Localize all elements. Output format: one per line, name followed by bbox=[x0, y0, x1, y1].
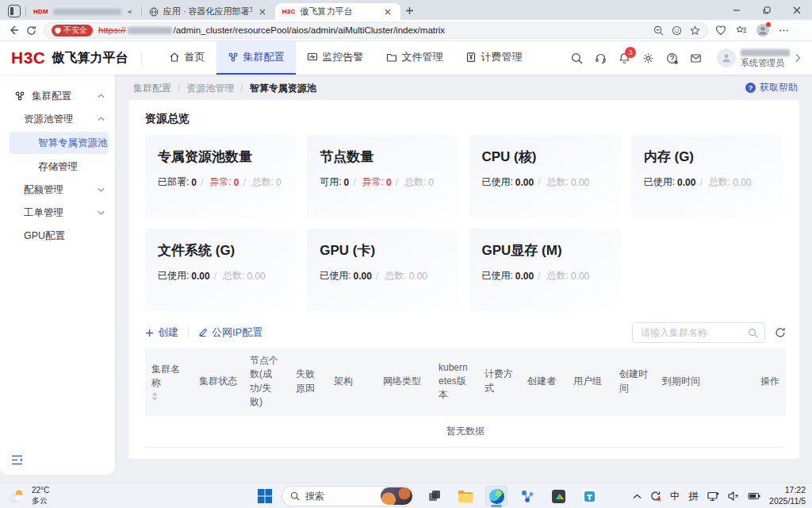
chevron-down-icon bbox=[98, 210, 105, 215]
sidebar-item-ticket-mgmt[interactable]: 工单管理 bbox=[0, 202, 115, 224]
nav-item-home[interactable]: 首页 bbox=[158, 41, 216, 75]
tray-overflow-chevron-icon[interactable] bbox=[633, 494, 642, 499]
security-badge[interactable]: 不安全 bbox=[52, 25, 93, 37]
actions-divider bbox=[188, 328, 189, 337]
battery-icon[interactable] bbox=[748, 492, 760, 500]
nav-item-cluster-config[interactable]: 集群配置 bbox=[216, 41, 296, 75]
browser-tab-active[interactable]: H3C 傲飞算力平台 bbox=[275, 3, 400, 20]
browser-tab-hdm[interactable]: HDM bbox=[26, 3, 141, 20]
edge-browser-icon[interactable] bbox=[485, 486, 508, 506]
chevron-up-icon bbox=[98, 117, 105, 121]
breadcrumb-item[interactable]: 智算专属资源池 bbox=[250, 82, 316, 95]
teams-like-app-icon[interactable] bbox=[578, 486, 600, 506]
support-headset-icon[interactable] bbox=[595, 52, 607, 64]
card-stat: 总数:0.00 bbox=[372, 269, 427, 283]
window-minimize-button[interactable] bbox=[722, 0, 752, 20]
zoom-out-icon[interactable] bbox=[653, 25, 664, 36]
browser-essentials-icon[interactable] bbox=[715, 25, 726, 36]
cluster-search-box bbox=[632, 322, 765, 343]
feedback-smiley-icon[interactable] bbox=[672, 25, 682, 36]
back-icon[interactable] bbox=[8, 25, 19, 36]
task-view-icon[interactable] bbox=[423, 486, 446, 506]
chevron-right-icon[interactable] bbox=[795, 53, 801, 63]
stat-value: 0 bbox=[191, 177, 197, 188]
refresh-icon[interactable] bbox=[775, 327, 786, 338]
h3c-app-icon[interactable] bbox=[516, 486, 538, 506]
taskbar-search[interactable]: 搜索 bbox=[282, 486, 415, 506]
system-tray: 中 拼 17:22 2025/11/5 bbox=[633, 483, 806, 508]
browser-profile-avatar[interactable] bbox=[756, 24, 769, 37]
user-block[interactable]: 系统管理员 bbox=[717, 48, 801, 67]
column-label: 架构 bbox=[334, 375, 353, 388]
weather-desc: 多云 bbox=[32, 496, 49, 506]
public-ip-config-button[interactable]: 公网IP配置 bbox=[198, 325, 262, 340]
nav-item-monitoring[interactable]: 监控告警 bbox=[296, 41, 375, 75]
settings-gear-icon[interactable] bbox=[642, 52, 654, 64]
taskbar: 22°C 多云 搜索 中 拼 bbox=[0, 483, 812, 508]
column-label: 节点个数(成功/失败) bbox=[250, 354, 283, 410]
resource-card-title: CPU (核) bbox=[482, 148, 608, 166]
sidebar-item-gpu-config[interactable]: GPU配置 bbox=[0, 225, 115, 247]
table-empty-state: 暂无数据 bbox=[145, 416, 786, 448]
file-explorer-icon[interactable] bbox=[454, 486, 477, 506]
breadcrumb-item[interactable]: 集群配置 bbox=[133, 82, 186, 95]
weather-widget[interactable]: 22°C 多云 bbox=[8, 486, 49, 506]
browser-menu-icon[interactable] bbox=[779, 25, 789, 36]
column-label: 网络类型 bbox=[383, 375, 421, 388]
card-stat: 可用:0 bbox=[320, 175, 349, 189]
cluster-icon bbox=[228, 52, 239, 63]
get-help-link[interactable]: ? 获取帮助 bbox=[745, 81, 798, 94]
taskbar-clock[interactable]: 17:22 2025/11/5 bbox=[769, 485, 806, 506]
workspace: 集群配置 资源池管理 智算专属资源池 存储管理 配额管理 工单管理 bbox=[0, 75, 812, 483]
search-icon[interactable] bbox=[571, 52, 583, 64]
help-icon[interactable] bbox=[666, 52, 678, 64]
tab-close-icon[interactable] bbox=[257, 6, 268, 17]
display-cast-icon[interactable] bbox=[707, 491, 719, 502]
window-maximize-button[interactable] bbox=[752, 0, 782, 20]
sidebar-item-resource-pool-mgmt[interactable]: 资源池管理 bbox=[0, 108, 115, 130]
breadcrumb-item[interactable]: 资源池管理 bbox=[186, 82, 249, 95]
resource-card-stats: 已使用:0.00 总数:0.00 bbox=[482, 269, 608, 283]
dev-tool-app-icon[interactable] bbox=[547, 486, 569, 506]
help-circle-icon: ? bbox=[745, 83, 756, 93]
window-close-button[interactable] bbox=[782, 0, 812, 20]
cluster-search-input[interactable] bbox=[633, 323, 764, 342]
tab-close-icon[interactable] bbox=[382, 6, 393, 17]
nav-item-files[interactable]: 文件管理 bbox=[375, 41, 454, 75]
sidebar: 集群配置 资源池管理 智算专属资源池 存储管理 配额管理 工单管理 bbox=[0, 75, 115, 475]
sidebar-item-storage-mgmt[interactable]: 存储管理 bbox=[0, 156, 115, 178]
sidebar-item-cluster-config[interactable]: 集群配置 bbox=[0, 85, 115, 107]
sidebar-label: 工单管理 bbox=[24, 206, 63, 220]
nav-item-billing[interactable]: 计费管理 bbox=[454, 41, 534, 75]
tab-workspaces-icon[interactable] bbox=[8, 5, 21, 17]
card-stat: 总数:0.00 bbox=[210, 269, 266, 283]
start-button[interactable] bbox=[257, 488, 273, 504]
messages-mail-icon[interactable] bbox=[690, 52, 702, 64]
security-label: 不安全 bbox=[63, 25, 87, 36]
address-bar[interactable]: 不安全 https:// /admin_cluster/resourcePool… bbox=[44, 22, 708, 39]
sort-icon[interactable] bbox=[151, 392, 158, 401]
favorites-list-icon[interactable] bbox=[736, 25, 747, 36]
ime-language-indicator[interactable]: 中 bbox=[670, 490, 680, 503]
h3c-logo: H3C bbox=[11, 48, 46, 67]
favorite-star-icon[interactable] bbox=[690, 25, 700, 36]
ime-mode-indicator[interactable]: 拼 bbox=[689, 490, 699, 503]
search-icon[interactable] bbox=[748, 328, 758, 338]
sidebar-item-quota-mgmt[interactable]: 配额管理 bbox=[0, 179, 115, 201]
header-actions: 3 系统管理员 bbox=[571, 48, 801, 67]
resource-card: 节点数量 可用:0 异常:0 总数:0 bbox=[307, 135, 458, 217]
sidebar-collapse-icon[interactable] bbox=[11, 455, 23, 465]
folder-icon bbox=[386, 52, 397, 63]
sidebar-item-ai-dedicated-pool[interactable]: 智算专属资源池 bbox=[10, 132, 109, 154]
stat-label: 已部署: bbox=[158, 175, 189, 189]
notifications-bell-icon[interactable]: 3 bbox=[619, 52, 630, 64]
stat-value: 0.00 bbox=[571, 271, 589, 282]
volume-muted-icon[interactable] bbox=[728, 491, 739, 501]
tab-media-icon[interactable] bbox=[126, 8, 134, 16]
browser-tab-deploy[interactable]: 应用 · 容器化应用部署平台 bbox=[142, 3, 275, 20]
resource-card-stats: 已使用:0.00 总数:0.00 bbox=[644, 175, 770, 189]
new-tab-button[interactable] bbox=[400, 1, 419, 20]
reload-icon[interactable] bbox=[26, 25, 36, 36]
sync-status-icon[interactable] bbox=[650, 491, 661, 502]
create-button[interactable]: 创建 bbox=[145, 325, 178, 340]
